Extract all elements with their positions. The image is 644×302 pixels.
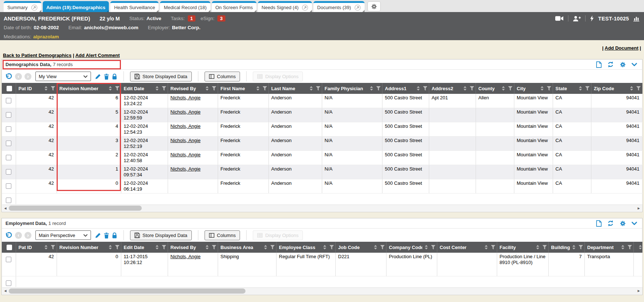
column-header[interactable]: Employee Class xyxy=(276,242,335,253)
revised-by-link[interactable]: Nichols, Angie xyxy=(168,137,218,151)
column-header[interactable]: Revision Number xyxy=(57,242,121,253)
tab-on-screen-forms[interactable]: On Screen Forms xyxy=(212,1,257,12)
table-row[interactable]: 42 5 12-02-2024 12:59:59 Nichols, Angie … xyxy=(2,108,642,122)
sort-icon[interactable] xyxy=(264,245,267,249)
column-header[interactable]: Edit Date xyxy=(121,83,168,94)
sort-icon[interactable] xyxy=(44,86,48,91)
horizontal-scrollbar[interactable]: ◀ ▶ xyxy=(2,204,642,211)
filter-funnel-icon[interactable] xyxy=(579,245,583,249)
sort-icon[interactable] xyxy=(630,86,633,91)
filter-funnel-icon[interactable] xyxy=(470,86,474,91)
column-header[interactable]: Edit Date xyxy=(121,242,168,253)
undo-icon[interactable] xyxy=(5,232,12,239)
table-row[interactable]: 42 4 12-02-2024 12:54:23 Nichols, Angie … xyxy=(2,122,642,137)
popout-icon[interactable] xyxy=(302,4,308,11)
column-header[interactable]: Department xyxy=(584,242,633,253)
column-header[interactable]: Building xyxy=(548,242,584,253)
gear-icon[interactable] xyxy=(620,220,626,227)
collapse-icon[interactable] xyxy=(632,222,637,225)
sort-icon[interactable] xyxy=(374,245,377,249)
sort-icon[interactable] xyxy=(621,245,625,249)
display-options-button[interactable]: Display Options xyxy=(253,230,303,240)
row-checkbox[interactable] xyxy=(6,112,11,118)
edit-pencil-icon[interactable] xyxy=(95,232,101,238)
medications-value[interactable]: alprazolam xyxy=(33,34,59,39)
row-checkbox[interactable] xyxy=(6,126,11,132)
view-select[interactable]: Main Perspective xyxy=(35,230,91,240)
add-document-link[interactable]: Add Document xyxy=(605,45,638,51)
tab-medical-record[interactable]: Medical Record (18) xyxy=(160,1,210,12)
gear-icon[interactable] xyxy=(620,61,626,68)
column-header[interactable]: Company Code xyxy=(386,242,437,253)
row-checkbox[interactable] xyxy=(6,141,11,146)
filter-funnel-icon[interactable] xyxy=(212,86,216,91)
scrollbar-thumb[interactable] xyxy=(9,206,142,211)
column-header[interactable]: State xyxy=(553,83,591,94)
add-alert-comment-link[interactable]: Add Alert Comment xyxy=(75,53,120,58)
bar-chart-icon[interactable] xyxy=(633,16,640,22)
sort-icon[interactable] xyxy=(579,86,582,91)
table-row[interactable]: 42 2 12-02-2024 12:40:58 Nichols, Angie … xyxy=(2,151,642,165)
sort-icon[interactable] xyxy=(323,245,327,249)
refresh-icon[interactable] xyxy=(607,61,614,68)
display-options-button[interactable]: Display Options xyxy=(253,72,303,81)
column-header[interactable]: Address1 xyxy=(382,83,429,94)
filter-funnel-icon[interactable] xyxy=(423,86,427,91)
scrollbar-thumb[interactable] xyxy=(9,288,245,294)
sort-icon[interactable] xyxy=(416,86,420,91)
column-header[interactable]: Zip Code xyxy=(591,83,642,94)
column-header[interactable]: Revised By xyxy=(168,83,218,94)
popout-icon[interactable] xyxy=(31,4,38,11)
prev-icon[interactable]: ‹ xyxy=(15,73,22,80)
new-row-checkbox[interactable] xyxy=(6,280,11,286)
columns-button[interactable]: Columns xyxy=(205,72,240,81)
revised-by-link[interactable]: Nichols, Angie xyxy=(168,253,218,276)
filter-funnel-icon[interactable] xyxy=(628,245,632,249)
filter-funnel-icon[interactable] xyxy=(585,86,590,91)
esign-badge[interactable]: 3 xyxy=(217,15,225,22)
edit-pencil-icon[interactable] xyxy=(95,73,101,80)
lock-icon[interactable] xyxy=(112,73,117,80)
filter-funnel-icon[interactable] xyxy=(636,86,641,91)
store-displayed-data-button[interactable]: Store Displayed Data xyxy=(130,230,192,240)
prev-icon[interactable]: ‹ xyxy=(15,232,22,239)
revised-by-link[interactable]: Nichols, Angie xyxy=(168,122,218,137)
column-header[interactable]: Job Code xyxy=(335,242,386,253)
column-header[interactable]: Business Area xyxy=(218,242,276,253)
column-header[interactable]: Revised By xyxy=(168,242,218,253)
filter-funnel-icon[interactable] xyxy=(491,245,495,249)
revised-by-link[interactable]: Nichols, Angie xyxy=(168,94,218,108)
column-header[interactable]: County xyxy=(476,83,514,94)
scroll-left-arrow[interactable]: ◀ xyxy=(2,288,8,294)
delete-trash-icon[interactable] xyxy=(104,232,109,238)
settings-gear-icon[interactable] xyxy=(367,1,381,11)
sort-icon[interactable] xyxy=(155,86,159,91)
scroll-left-arrow[interactable]: ◀ xyxy=(2,205,8,211)
row-checkbox[interactable] xyxy=(6,98,11,103)
filter-funnel-icon[interactable] xyxy=(263,86,267,91)
column-header[interactable]: Last Name xyxy=(268,83,322,94)
tasks-badge[interactable]: 1 xyxy=(188,15,195,22)
next-icon[interactable]: › xyxy=(24,232,31,239)
sort-icon[interactable] xyxy=(502,86,505,91)
column-header[interactable]: H xyxy=(633,242,642,253)
filter-funnel-icon[interactable] xyxy=(162,86,166,91)
column-header[interactable]: First Name xyxy=(218,83,268,94)
revised-by-link[interactable]: Nichols, Angie xyxy=(168,108,218,122)
filter-funnel-icon[interactable] xyxy=(162,245,166,249)
filter-funnel-icon[interactable] xyxy=(115,86,119,91)
view-select[interactable]: My View xyxy=(35,72,91,81)
row-checkbox[interactable] xyxy=(6,257,11,262)
sort-icon[interactable] xyxy=(572,245,576,249)
back-to-demographics-link[interactable]: Back to Patient Demographics xyxy=(3,53,72,58)
select-all-checkbox[interactable] xyxy=(7,86,12,91)
filter-funnel-icon[interactable] xyxy=(212,245,216,249)
filter-funnel-icon[interactable] xyxy=(115,245,119,249)
column-header[interactable]: City xyxy=(514,83,553,94)
filter-funnel-icon[interactable] xyxy=(376,86,381,91)
new-document-icon[interactable] xyxy=(596,61,602,68)
horizontal-scrollbar[interactable]: ◀ ▶ xyxy=(2,287,642,294)
scroll-right-arrow[interactable]: ▶ xyxy=(636,288,642,294)
column-header[interactable]: Pat ID xyxy=(16,242,57,253)
column-header[interactable]: Revision Number xyxy=(57,83,121,94)
